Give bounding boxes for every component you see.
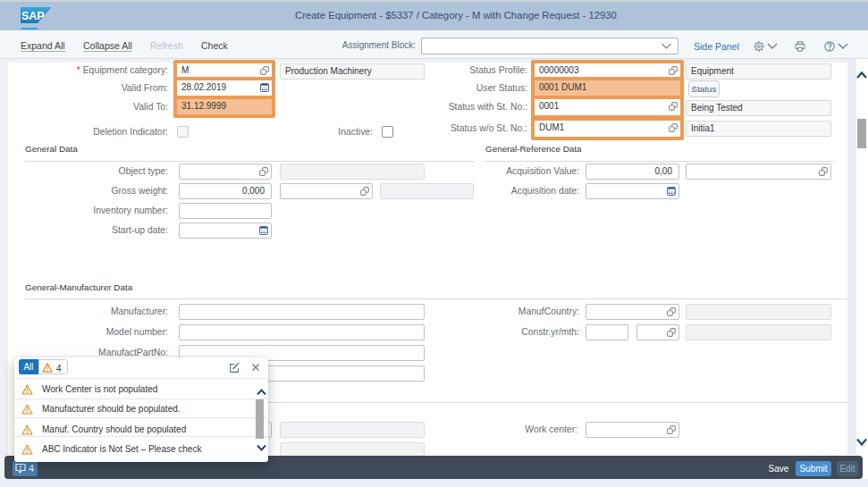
svg-text:SAP: SAP [21,10,45,22]
